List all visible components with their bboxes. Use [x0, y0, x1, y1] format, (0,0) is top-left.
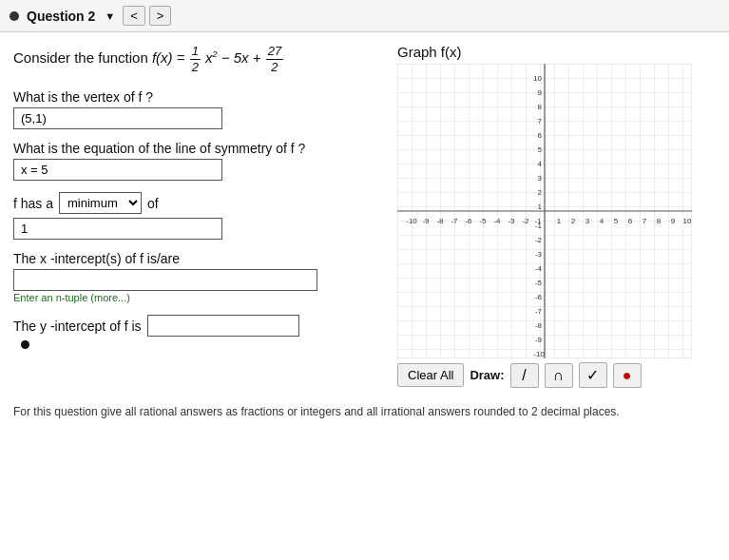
- svg-text:-4: -4: [535, 264, 543, 273]
- nav-buttons: < >: [123, 6, 171, 26]
- header-dot: [10, 11, 19, 21]
- svg-text:10: 10: [533, 74, 542, 83]
- question-title: Question 2: [27, 9, 95, 24]
- main-content: Consider the function f(x) = 1 2 x2 − 5x…: [0, 32, 729, 396]
- question-header: Question 2 ▼ < >: [0, 0, 729, 32]
- graph-svg[interactable]: -10 -9 -8 -7 -6 -5 -4 -3 -2 -1 1 2 3 4 5…: [397, 64, 692, 358]
- vertex-section: What is the vertex of f ?: [13, 89, 384, 129]
- curve-tool-button[interactable]: ∩: [545, 363, 573, 388]
- svg-text:2: 2: [571, 217, 576, 225]
- svg-text:-6: -6: [465, 217, 472, 225]
- svg-text:4: 4: [600, 217, 604, 225]
- minmax-dropdown[interactable]: minimum maximum: [59, 192, 142, 214]
- svg-text:10: 10: [683, 217, 692, 225]
- y-intercept-section: The y -intercept of f is: [13, 315, 384, 352]
- clear-all-button[interactable]: Clear All: [397, 363, 464, 387]
- svg-text:7: 7: [643, 217, 647, 225]
- minmax-row: f has a minimum maximum of: [13, 192, 384, 214]
- svg-text:8: 8: [657, 217, 662, 225]
- svg-text:-6: -6: [535, 293, 543, 301]
- svg-text:-1: -1: [535, 222, 543, 230]
- svg-text:9: 9: [538, 88, 543, 97]
- svg-text:6: 6: [538, 131, 543, 140]
- vertex-question: What is the vertex of f ?: [13, 89, 384, 105]
- svg-text:-10: -10: [406, 217, 417, 225]
- symmetry-question: What is the equation of the line of symm…: [13, 141, 384, 156]
- graph-title: Graph f(x): [397, 44, 462, 60]
- prev-button[interactable]: <: [123, 6, 145, 26]
- svg-text:9: 9: [671, 217, 676, 225]
- svg-text:-5: -5: [535, 279, 543, 287]
- function-intro-text: Consider the function f(x) = 1 2 x2 − 5x…: [13, 44, 384, 74]
- consider-label: Consider the function: [13, 49, 148, 66]
- svg-text:-2: -2: [522, 217, 529, 225]
- right-column: Graph f(x): [397, 44, 716, 388]
- svg-text:3: 3: [538, 174, 543, 183]
- dot-tool-button[interactable]: ●: [613, 363, 642, 388]
- minmax-prefix: f has a: [13, 196, 53, 211]
- svg-text:-7: -7: [535, 307, 543, 316]
- graph-label-text: Graph f(x): [397, 44, 462, 60]
- minmax-value-row: [13, 218, 384, 240]
- svg-text:-5: -5: [479, 217, 487, 225]
- left-column: Consider the function f(x) = 1 2 x2 − 5x…: [13, 44, 384, 388]
- y-intercept-input[interactable]: [147, 315, 299, 337]
- x-intercept-hint[interactable]: Enter an n-tuple (more...): [13, 292, 384, 303]
- svg-text:-3: -3: [508, 217, 515, 225]
- minmax-suffix: of: [147, 196, 159, 211]
- svg-text:5: 5: [538, 145, 543, 154]
- frac-half: 1 2: [190, 44, 201, 74]
- svg-text:-10: -10: [533, 350, 545, 358]
- svg-text:2: 2: [538, 188, 543, 197]
- x-intercept-question: The x -intercept(s) of f is/are: [13, 251, 384, 266]
- line-tool-button[interactable]: /: [510, 363, 539, 388]
- svg-text:-3: -3: [535, 250, 543, 259]
- svg-text:7: 7: [538, 117, 543, 126]
- svg-text:-9: -9: [535, 336, 543, 344]
- bullet-point: [21, 340, 29, 349]
- svg-text:-2: -2: [535, 236, 543, 244]
- footer-note: For this question give all rational answ…: [0, 396, 729, 428]
- y-intercept-row: The y -intercept of f is: [13, 315, 384, 337]
- svg-text:-8: -8: [436, 217, 444, 225]
- graph-area[interactable]: -10 -9 -8 -7 -6 -5 -4 -3 -2 -1 1 2 3 4 5…: [397, 64, 692, 358]
- svg-text:8: 8: [538, 103, 543, 111]
- y-intercept-prefix: The y -intercept of f is: [13, 319, 142, 334]
- symmetry-input[interactable]: [13, 159, 222, 181]
- svg-text:1: 1: [557, 217, 562, 225]
- symmetry-section: What is the equation of the line of symm…: [13, 141, 384, 181]
- dropdown-icon[interactable]: ▼: [105, 10, 115, 22]
- svg-text:-8: -8: [535, 321, 543, 330]
- graph-controls: Clear All Draw: / ∩ ✓ ●: [397, 362, 642, 388]
- minmax-section: f has a minimum maximum of: [13, 192, 384, 240]
- svg-text:4: 4: [538, 160, 543, 168]
- svg-text:-7: -7: [451, 217, 458, 225]
- svg-text:-9: -9: [422, 217, 430, 225]
- x-intercept-input[interactable]: [13, 269, 317, 291]
- checkmark-tool-button[interactable]: ✓: [579, 362, 607, 388]
- x-intercept-section: The x -intercept(s) of f is/are Enter an…: [13, 251, 384, 303]
- svg-text:6: 6: [628, 217, 633, 225]
- svg-text:5: 5: [614, 217, 619, 225]
- svg-text:1: 1: [538, 203, 543, 211]
- draw-label: Draw:: [470, 368, 504, 382]
- svg-text:3: 3: [585, 217, 590, 225]
- function-description: Consider the function f(x) = 1 2 x2 − 5x…: [13, 44, 384, 78]
- next-button[interactable]: >: [149, 6, 172, 26]
- svg-text:-4: -4: [493, 217, 501, 225]
- vertex-input[interactable]: [13, 107, 222, 129]
- function-formula-text: f(x) = 1 2 x2 − 5x + 27 2: [152, 49, 284, 66]
- minmax-value-input[interactable]: [13, 218, 222, 240]
- frac-27-2: 27 2: [266, 44, 283, 74]
